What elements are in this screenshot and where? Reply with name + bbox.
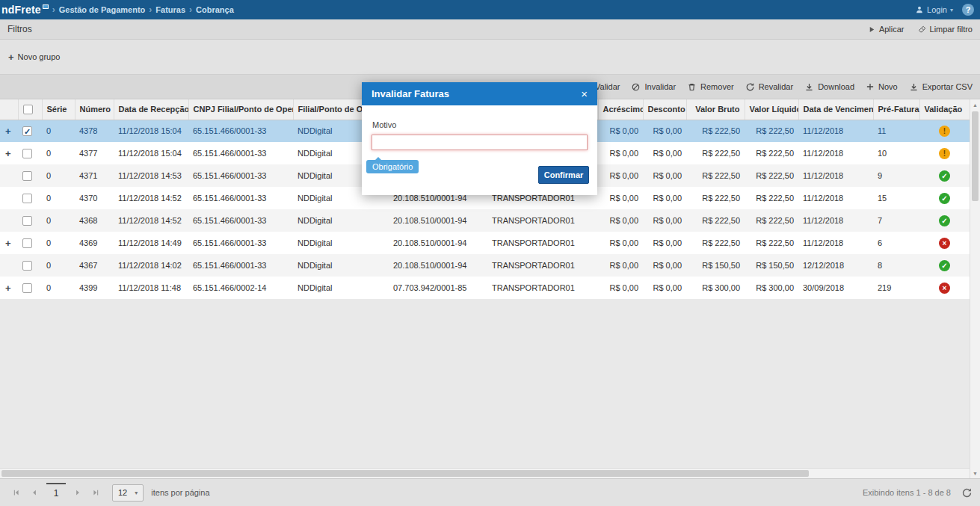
cell-desconto: R$ 0,00 (643, 277, 686, 299)
cell-transportador: TRANSPORTADOR01 (487, 232, 598, 254)
header-numero[interactable]: Número (75, 99, 114, 120)
page-number-current[interactable]: 1 (46, 483, 66, 503)
cell-validacao: ✓ (919, 254, 970, 277)
header-desconto-label: Desconto (648, 105, 685, 114)
header-vencimento-label: Data de Vencimento (804, 105, 874, 114)
apply-filter-button[interactable]: Aplicar (868, 25, 905, 34)
vertical-scrollbar[interactable]: ▲ ▼ (970, 99, 980, 478)
header-vencimento[interactable]: Data de Vencimento (798, 99, 873, 120)
row-checkbox[interactable]: ✓ (22, 126, 32, 136)
expand-plus-icon[interactable]: + (5, 238, 11, 249)
remove-label: Remover (700, 82, 734, 91)
cell-validacao: ! (919, 142, 970, 164)
row-checkbox[interactable] (22, 171, 32, 181)
cell-numero: 4370 (75, 187, 114, 209)
header-acrescimo[interactable]: Acréscimo (598, 99, 643, 120)
validation-invalid-icon: × (939, 238, 950, 249)
header-data-recepcao[interactable]: Data de Recepção↓ (114, 99, 188, 120)
plus-icon: + (8, 52, 14, 63)
header-serie[interactable]: Série (42, 99, 75, 120)
clear-filter-button[interactable]: Limpar filtro (918, 25, 973, 34)
select-all-checkbox[interactable] (23, 105, 33, 114)
table-row[interactable]: 0436711/12/2018 14:0265.151.466/0001-33N… (0, 254, 970, 277)
cell-serie: 0 (42, 209, 75, 232)
cell-expand (0, 254, 18, 277)
cell-vencimento: 11/12/2018 (798, 187, 873, 209)
trash-icon (687, 82, 697, 92)
logo-flag-icon (43, 4, 49, 9)
cell-data-recepcao: 11/12/2018 15:04 (114, 142, 188, 164)
header-pre-fatura[interactable]: Pré-Fatura (873, 99, 919, 120)
horizontal-scrollbar[interactable] (0, 468, 970, 478)
modal-body: Motivo Obrigatório Confirmar (362, 105, 597, 195)
cell-vencimento: 11/12/2018 (798, 164, 873, 187)
breadcrumb-gestao-pagamento[interactable]: Gestão de Pagamento (59, 5, 146, 14)
new-button[interactable]: Novo (866, 82, 898, 91)
help-button[interactable]: ? (962, 4, 974, 16)
expand-plus-icon[interactable]: + (5, 126, 11, 137)
horizontal-scrollbar-thumb[interactable] (1, 470, 809, 477)
close-icon[interactable]: × (581, 88, 588, 99)
revalidate-label: Revalidar (759, 82, 793, 91)
row-checkbox[interactable] (22, 261, 32, 271)
header-valor-bruto-label: Valor Bruto (695, 105, 739, 114)
vertical-scrollbar-thumb[interactable] (972, 111, 979, 201)
refresh-button[interactable] (961, 487, 973, 499)
export-csv-button[interactable]: Exportar CSV (909, 82, 973, 92)
cell-cnpj-transportador: 20.108.510/0001-94 (389, 232, 487, 254)
header-valor-bruto[interactable]: Valor Bruto (686, 99, 745, 120)
cell-numero: 4367 (75, 254, 114, 277)
header-select-all (18, 99, 42, 120)
expand-plus-icon[interactable]: + (5, 283, 11, 294)
per-page-select[interactable]: 12 ▾ (112, 484, 144, 502)
cell-acrescimo: R$ 0,00 (598, 187, 643, 209)
row-checkbox[interactable] (22, 216, 32, 226)
download-button[interactable]: Download (804, 82, 854, 92)
header-desconto[interactable]: Desconto (643, 99, 686, 120)
app-logo[interactable]: ndFrete (1, 4, 49, 16)
table-row[interactable]: +0436911/12/2018 14:4965.151.466/0001-33… (0, 232, 970, 254)
pager-next-button[interactable] (69, 484, 87, 502)
revalidate-button[interactable]: Revalidar (745, 82, 793, 92)
pager-last-button[interactable] (87, 484, 105, 502)
cell-numero: 4377 (75, 142, 114, 164)
scroll-down-icon[interactable]: ▼ (970, 468, 980, 478)
scroll-up-icon[interactable]: ▲ (970, 99, 980, 110)
refresh-icon (961, 487, 973, 499)
validation-valid-icon: ✓ (939, 170, 950, 182)
remove-button[interactable]: Remover (687, 82, 734, 92)
motivo-input[interactable] (372, 135, 588, 150)
modal-header: Invalidar Faturas × (362, 82, 597, 105)
cell-valor-bruto: R$ 222,50 (686, 164, 745, 187)
row-checkbox[interactable] (22, 149, 32, 158)
header-acrescimo-label: Acréscimo (603, 105, 644, 114)
row-checkbox[interactable] (22, 194, 32, 203)
header-validacao[interactable]: Validação (919, 99, 970, 120)
cell-validacao: ! (919, 120, 970, 142)
header-valor-liquido[interactable]: Valor Líquido (745, 99, 798, 120)
cell-cnpj-filial: 65.151.466/0001-33 (188, 254, 293, 277)
confirm-button[interactable]: Confirmar (538, 166, 589, 184)
breadcrumb-separator-icon: › (189, 4, 192, 15)
row-checkbox[interactable] (22, 283, 32, 293)
cell-serie: 0 (42, 187, 75, 209)
cell-pre-fatura: 11 (873, 120, 919, 142)
cell-expand: + (0, 120, 18, 142)
login-menu[interactable]: Login ▾ (915, 5, 953, 14)
cell-checkbox (18, 209, 42, 232)
cell-valor-liquido: R$ 300,00 (745, 277, 798, 299)
invalidate-button[interactable]: Invalidar (631, 82, 676, 92)
cell-filial: NDDigital (293, 254, 389, 277)
pager-first-button[interactable] (7, 484, 25, 502)
cell-pre-fatura: 7 (873, 209, 919, 232)
breadcrumb-faturas[interactable]: Faturas (155, 5, 185, 14)
row-checkbox[interactable] (22, 238, 32, 248)
cell-cnpj-transportador: 20.108.510/0001-94 (389, 254, 487, 277)
pager-prev-button[interactable] (25, 484, 43, 502)
breadcrumb-cobranca[interactable]: Cobrança (196, 5, 234, 14)
table-row[interactable]: +0439911/12/2018 11:4865.151.466/0002-14… (0, 277, 970, 299)
expand-plus-icon[interactable]: + (5, 148, 11, 159)
table-row[interactable]: 0436811/12/2018 14:5265.151.466/0001-33N… (0, 209, 970, 232)
header-cnpj-filial[interactable]: CNPJ Filial/Ponto de Operação (188, 99, 293, 120)
new-group-button[interactable]: + Novo grupo (8, 52, 60, 63)
